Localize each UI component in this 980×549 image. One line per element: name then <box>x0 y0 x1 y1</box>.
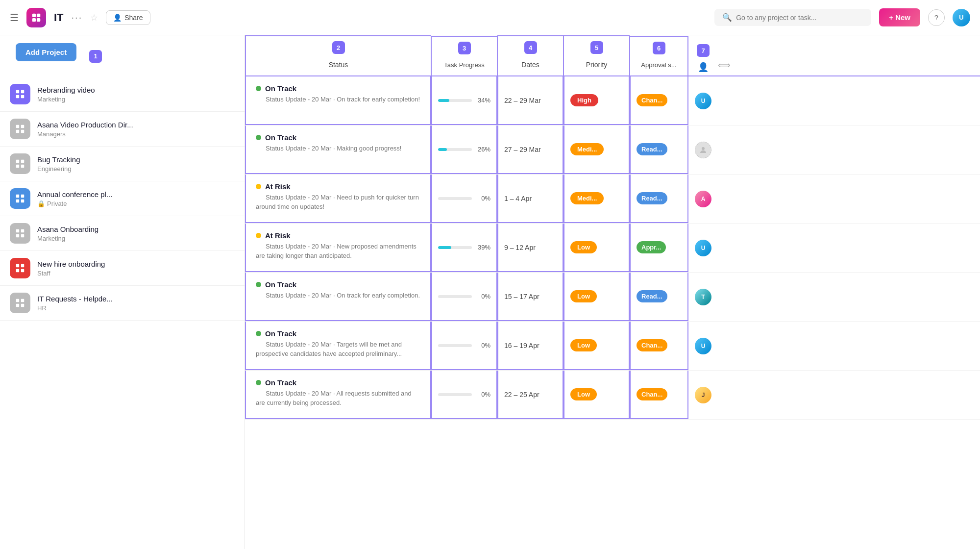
share-button[interactable]: 👤 Share <box>106 10 150 25</box>
task-cell-4: 0% <box>431 273 497 321</box>
dates-cell-2: 1 – 4 Apr <box>497 175 564 223</box>
sidebar-item-rebranding[interactable]: Rebranding video Marketing <box>0 77 245 112</box>
project-info-rebranding: Rebranding video Marketing <box>37 86 95 103</box>
approval-badge-0: Chan... <box>637 94 667 106</box>
svg-rect-18 <box>16 200 19 202</box>
sidebar-item-asana-video[interactable]: Asana Video Production Dir... Managers <box>0 112 245 147</box>
project-info-asana-onboarding: Asana Onboarding Marketing <box>37 225 98 242</box>
table-row: On Track Status Update - 20 Mar · On tra… <box>245 273 980 322</box>
sidebar-item-new-hire[interactable]: New hire onboarding Staff <box>0 251 245 286</box>
status-dot-1 <box>256 135 261 140</box>
more-icon: ⟺ <box>718 60 731 71</box>
svg-rect-27 <box>21 269 24 272</box>
svg-rect-15 <box>21 165 24 168</box>
svg-rect-31 <box>21 304 24 307</box>
project-sub: Engineering <box>37 165 80 173</box>
sidebar-item-bug-tracking[interactable]: Bug Tracking Engineering <box>0 147 245 181</box>
task-cell-0: 34% <box>431 76 497 125</box>
status-title-1: On Track <box>265 133 296 142</box>
table-row: On Track Status Update - 20 Mar · Target… <box>245 322 980 371</box>
dates-cell-4: 15 – 17 Apr <box>497 273 564 321</box>
approval-badge-6: Chan... <box>637 388 667 400</box>
svg-rect-23 <box>21 234 24 237</box>
assignee-cell-4: T <box>688 273 718 321</box>
row-avatar-1 <box>695 142 711 158</box>
col-num-6: 6 <box>653 42 665 54</box>
date-2: 1 – 4 Apr <box>504 195 532 202</box>
project-icon-asana-video <box>10 119 30 139</box>
svg-rect-4 <box>16 90 19 93</box>
dates-cell-3: 9 – 12 Apr <box>497 224 564 272</box>
svg-point-32 <box>702 147 705 150</box>
col-num-7: 7 <box>697 44 710 57</box>
main-content: Add Project 1 Rebranding video Marketing <box>0 35 980 549</box>
project-sub: Marketing <box>37 235 98 242</box>
priority-col-header: 5 Priority <box>564 35 630 75</box>
project-sub: Marketing <box>37 96 95 103</box>
help-button[interactable]: ? <box>928 9 945 26</box>
column-headers: 2 Status 3 Task Progress 4 Dates <box>245 35 980 76</box>
approval-col-header: 6 Approval s... <box>630 36 688 75</box>
assignee-icon: 👤 <box>698 60 709 73</box>
add-project-button[interactable]: Add Project <box>16 43 76 61</box>
project-sub: Managers <box>37 130 133 138</box>
approval-cell-3: Appr... <box>630 224 688 272</box>
assignee-cell-1 <box>688 125 718 174</box>
search-input[interactable] <box>736 14 844 22</box>
sidebar-item-asana-onboarding[interactable]: Asana Onboarding Marketing <box>0 216 245 251</box>
status-title-3: At Risk <box>265 231 291 240</box>
status-dot-4 <box>256 282 261 287</box>
status-dot-5 <box>256 331 261 336</box>
approval-badge-4: Read... <box>637 290 667 302</box>
svg-rect-29 <box>21 299 24 302</box>
progress-pct-5: 0% <box>476 342 490 349</box>
more-cell-1 <box>718 125 737 174</box>
add-project-row: Add Project 1 <box>0 43 245 77</box>
project-info-it-requests: IT Requests - Helpde... HR <box>37 295 113 312</box>
priority-badge-0: High <box>570 94 598 106</box>
status-desc-0: Status Update - 20 Mar · On track for ea… <box>256 96 420 103</box>
approval-label: Approval s... <box>635 57 682 73</box>
user-avatar[interactable]: U <box>953 9 970 26</box>
status-cell-0: On Track Status Update - 20 Mar · On tra… <box>245 76 431 125</box>
more-col-header: ⟺ <box>718 60 737 75</box>
search-bar[interactable]: 🔍 <box>714 9 871 26</box>
date-1: 27 – 29 Mar <box>504 146 541 153</box>
dates-cell-6: 22 – 25 Apr <box>497 371 564 419</box>
date-5: 16 – 19 Apr <box>504 342 539 349</box>
priority-cell-6: Low <box>564 371 630 419</box>
project-icon-bug-tracking <box>10 153 30 174</box>
svg-rect-28 <box>16 299 19 302</box>
favorite-icon[interactable]: ☆ <box>90 12 98 23</box>
priority-badge-1: Medi... <box>570 143 604 155</box>
more-options-icon[interactable]: ··· <box>72 12 83 23</box>
approval-cell-0: Chan... <box>630 76 688 125</box>
page-title: IT <box>54 11 64 24</box>
status-cell-5: On Track Status Update - 20 Mar · Target… <box>245 322 431 370</box>
status-dot-0 <box>256 86 261 91</box>
approval-cell-6: Chan... <box>630 371 688 419</box>
status-desc-6: Status Update - 20 Mar · All requests su… <box>256 390 412 406</box>
more-cell-6 <box>718 371 737 419</box>
sidebar-item-annual-conf[interactable]: Annual conference pl... 🔒 Private <box>0 181 245 216</box>
app-header: ☰ IT ··· ☆ 👤 Share 🔍 + New ? U <box>0 0 980 35</box>
svg-rect-11 <box>21 130 24 133</box>
sidebar-item-it-requests[interactable]: IT Requests - Helpde... HR <box>0 286 245 321</box>
priority-badge-6: Low <box>570 388 597 400</box>
svg-rect-22 <box>16 234 19 237</box>
approval-badge-2: Read... <box>637 192 667 204</box>
status-desc-5: Status Update - 20 Mar · Targets will be… <box>256 341 402 357</box>
project-icon-new-hire <box>10 258 30 278</box>
date-3: 9 – 12 Apr <box>504 244 536 251</box>
svg-rect-2 <box>32 18 36 21</box>
new-button[interactable]: + New <box>879 8 920 26</box>
project-sub: 🔒 Private <box>37 200 112 207</box>
assignee-cell-2: A <box>688 175 718 223</box>
assignee-cell-3: U <box>688 224 718 272</box>
svg-rect-30 <box>16 304 19 307</box>
status-col-header: 2 Status <box>245 35 431 75</box>
svg-rect-13 <box>21 160 24 163</box>
menu-icon[interactable]: ☰ <box>10 12 19 24</box>
status-cell-2: At Risk Status Update - 20 Mar · Need to… <box>245 175 431 223</box>
app-logo <box>26 8 46 27</box>
